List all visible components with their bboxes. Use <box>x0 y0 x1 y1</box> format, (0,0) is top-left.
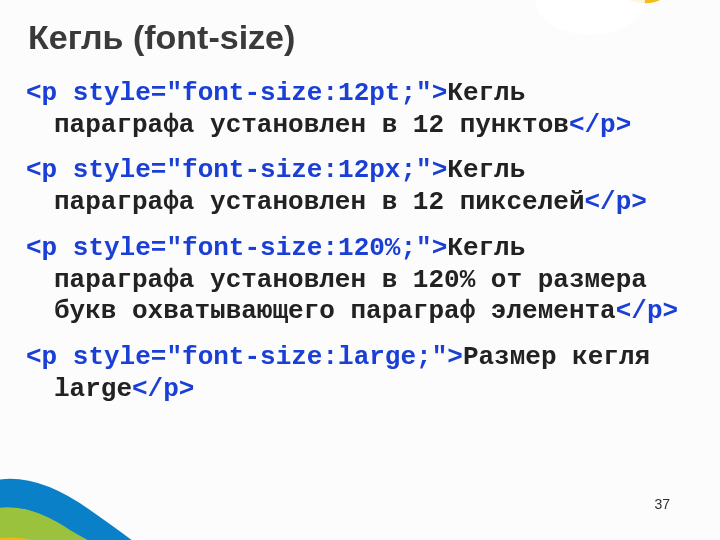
decorative-swoosh-bottom <box>0 450 170 540</box>
code-close-tag: </p> <box>616 296 678 326</box>
slide-title: Кегль (font-size) <box>28 18 295 57</box>
code-open-tag: <p style="font-size:large;"> <box>26 342 463 372</box>
code-open-tag: <p style="font-size:120%;"> <box>26 233 447 263</box>
code-text: Размер кегля <box>463 342 650 372</box>
code-close-tag: </p> <box>569 110 631 140</box>
code-open-tag: <p style="font-size:12pt;"> <box>26 78 447 108</box>
code-text-cont: large</p> <box>26 374 694 406</box>
code-example: <p style="font-size:12pt;">Кегльпараграф… <box>26 78 694 141</box>
slide: Кегль (font-size) <p style="font-size:12… <box>0 0 720 540</box>
code-text-cont: параграфа установлен в 12 пикселей</p> <box>26 187 694 219</box>
code-close-tag: </p> <box>585 187 647 217</box>
code-example: <p style="font-size:large;">Размер кегля… <box>26 342 694 405</box>
code-text: Кегль <box>447 233 525 263</box>
code-example: <p style="font-size:12px;">Кегльпараграф… <box>26 155 694 218</box>
code-examples: <p style="font-size:12pt;">Кегльпараграф… <box>26 78 694 419</box>
code-text-cont: букв охватывающего параграф элемента</p> <box>26 296 694 328</box>
code-close-tag: </p> <box>132 374 194 404</box>
code-example: <p style="font-size:120%;">Кегльпараграф… <box>26 233 694 328</box>
code-text-cont: параграфа установлен в 120% от размера <box>26 265 694 297</box>
page-number: 37 <box>654 496 670 512</box>
code-text-cont: параграфа установлен в 12 пунктов</p> <box>26 110 694 142</box>
code-text: Кегль <box>447 78 525 108</box>
svg-point-0 <box>535 0 645 35</box>
code-text: Кегль <box>447 155 525 185</box>
code-open-tag: <p style="font-size:12px;"> <box>26 155 447 185</box>
